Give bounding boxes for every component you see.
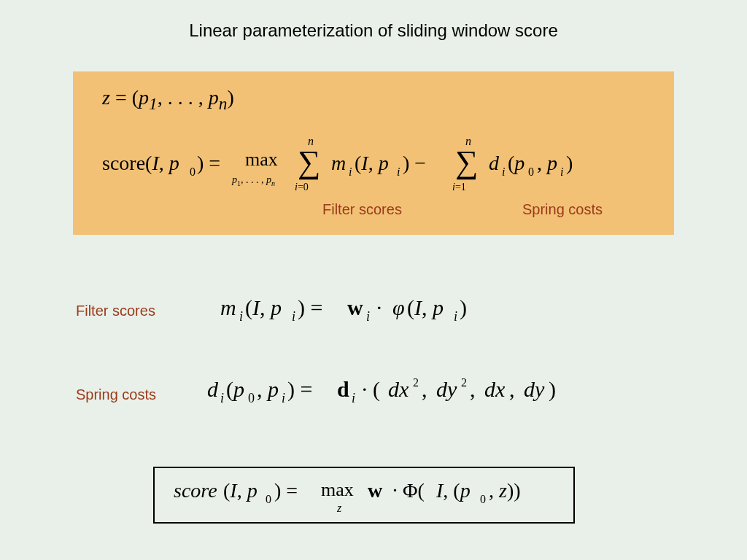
svg-text:∑: ∑ [298,144,320,180]
svg-text:(p: (p [508,152,525,174]
svg-text:): ) [566,152,573,174]
svg-text:) =: ) = [287,377,312,402]
equation-score-main: score(I, p 0 ) = max p1, . . . , pn n ∑ … [102,135,657,199]
svg-text:(I, p: (I, p [407,295,444,320]
svg-text:max: max [245,149,278,170]
label-spring-costs: Spring costs [76,386,156,403]
svg-text:,: , [509,377,515,401]
svg-text:i: i [349,166,352,178]
svg-text:d: d [207,377,219,401]
svg-text:w: w [347,295,363,319]
svg-text:I, (p: I, (p [436,479,471,502]
svg-text:dx: dx [484,377,506,401]
svg-text:i: i [282,391,285,405]
svg-text:d: d [337,377,349,401]
svg-text:i=0: i=0 [295,182,309,192]
svg-text:dy: dy [436,377,457,401]
label-filter-scores: Filter scores [76,303,155,319]
svg-text:(I, p: (I, p [223,479,258,502]
svg-text:i: i [352,391,355,405]
svg-text:, p: , p [257,377,279,401]
svg-text:i: i [502,166,505,178]
svg-text:dy: dy [524,377,545,401]
svg-text:i: i [239,309,243,324]
svg-text:score(I, p: score(I, p [102,152,179,174]
equation-filter-score: m i (I, p i ) = w i · φ (I, p i ) [220,290,549,330]
svg-text:dx: dx [388,377,409,401]
svg-text:(p: (p [226,377,244,402]
svg-text:p1, . . . , pn: p1, . . . , pn [231,174,275,187]
svg-text:0: 0 [480,493,486,505]
svg-text:) −: ) − [403,152,426,174]
svg-text:m: m [331,152,346,174]
svg-text:i: i [220,391,224,405]
svg-text:(I, p: (I, p [245,295,282,320]
svg-text:score: score [174,479,217,502]
svg-text:i=1: i=1 [452,182,466,192]
svg-text:) =: ) = [298,295,322,320]
svg-text:0: 0 [190,166,196,178]
svg-text:· Φ(: · Φ( [392,479,425,502]
svg-text:· (: · ( [362,377,380,402]
svg-text:i: i [560,166,563,178]
equation-score-compact: score (I, p 0 ) = max z w · Φ( I, (p 0 ,… [174,467,568,524]
svg-text:, z)): , z)) [489,479,521,502]
svg-text:0: 0 [266,493,271,505]
annotation-filter-scores: Filter scores [322,201,402,218]
svg-text:max: max [321,479,354,500]
svg-text:d: d [489,152,500,174]
svg-text:): ) [549,377,556,402]
equation-latent-config: z = (p1, . . . , pn) [102,86,234,114]
svg-text:) =: ) = [197,152,220,174]
svg-text:) =: ) = [274,479,298,502]
svg-text:,: , [470,377,476,401]
svg-text:2: 2 [413,376,419,389]
annotation-spring-costs: Spring costs [522,201,603,218]
svg-text:): ) [460,295,467,320]
svg-text:0: 0 [248,391,255,405]
svg-text:φ: φ [392,295,405,319]
svg-text:m: m [220,295,236,319]
svg-text:(I, p: (I, p [355,152,389,174]
svg-text:, p: , p [537,152,557,174]
svg-text:w: w [368,479,383,502]
svg-text:z: z [336,502,342,514]
slide-title: Linear parameterization of sliding windo… [0,20,747,41]
svg-text:i: i [292,309,295,324]
svg-text:,: , [422,377,427,401]
equation-spring-cost: d i (p 0 , p i ) = d i · ( dx 2 , dy 2 ,… [207,372,616,411]
svg-text:0: 0 [528,166,534,178]
svg-text:∑: ∑ [455,144,478,180]
svg-text:·: · [376,295,382,319]
svg-text:i: i [366,309,370,324]
svg-text:i: i [454,309,457,324]
svg-text:2: 2 [461,376,467,389]
slide: Linear parameterization of sliding windo… [0,0,747,560]
svg-text:i: i [397,166,400,178]
